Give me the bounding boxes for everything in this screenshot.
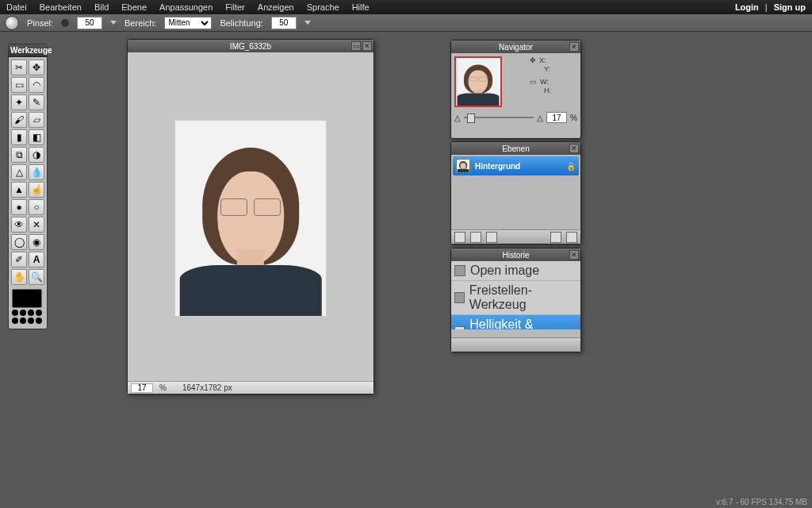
open-icon	[454, 265, 465, 276]
layer-settings-button[interactable]	[550, 232, 561, 243]
colorpicker-tool[interactable]: ✐	[11, 252, 27, 267]
menu-sprache[interactable]: Sprache	[307, 2, 339, 12]
dropdown-icon[interactable]	[304, 21, 311, 25]
panel-close-button[interactable]: ✕	[569, 144, 579, 153]
move-icon: ✥	[530, 56, 536, 64]
pencil-tool[interactable]: ✎	[29, 94, 44, 110]
pinch-tool[interactable]: ◉	[29, 234, 44, 250]
redeye-tool[interactable]: 👁	[11, 217, 27, 233]
navigator-coords: ✥X: Y: ▭W: H:	[530, 56, 577, 95]
menu-bild[interactable]: Bild	[94, 2, 109, 12]
zoom-out-icon[interactable]: △	[454, 114, 461, 122]
belichtung-input[interactable]	[271, 17, 297, 29]
separator: |	[765, 2, 768, 12]
menu-filter[interactable]: Filter	[225, 2, 244, 12]
history-item-crop[interactable]: Freistellen-Werkzeug	[451, 281, 580, 315]
color-swatch[interactable]	[12, 289, 44, 324]
menu-ebene[interactable]: Ebene	[121, 2, 147, 12]
navigator-zoom-unit: %	[570, 114, 577, 122]
menubar: Datei Bearbeiten Bild Ebene Anpassungen …	[0, 0, 812, 14]
login-link[interactable]: Login	[735, 2, 759, 12]
layer-name: Hintergrund	[475, 162, 520, 171]
menu-bearbeiten[interactable]: Bearbeiten	[40, 2, 82, 12]
bereich-label: Bereich:	[124, 18, 156, 28]
dodge-tool[interactable]: ○	[29, 199, 44, 215]
crop-tool[interactable]: ✂	[11, 60, 27, 75]
history-item-open[interactable]: Open image	[451, 261, 580, 281]
pinsel-label: Pinsel:	[27, 18, 53, 28]
document-window: IMG_6332b ▭ ✕ % 1647x1782 px	[127, 39, 374, 394]
document-titlebar[interactable]: IMG_6332b ▭ ✕	[128, 40, 373, 52]
layers-title: Ebenen	[502, 144, 529, 153]
spot-heal-tool[interactable]: ✕	[29, 217, 44, 233]
navigator-title: Navigator	[499, 43, 533, 52]
eraser-tool[interactable]: ▱	[29, 112, 44, 128]
sharpen-tool[interactable]: ▲	[11, 182, 27, 198]
gradient-tool[interactable]: ◧	[29, 129, 44, 145]
blur-tool[interactable]: 💧	[29, 164, 44, 180]
pinsel-input[interactable]	[77, 17, 102, 29]
foreground-color[interactable]	[12, 289, 42, 308]
layers-panel: Ebenen ✕ Hintergrund 🔒	[450, 141, 581, 244]
smudge-tool[interactable]: ☝	[29, 182, 44, 198]
zoom-tool-icon[interactable]	[5, 16, 19, 30]
duplicate-layer-button[interactable]	[486, 232, 497, 243]
zoom-input[interactable]	[131, 383, 153, 393]
layer-thumbnail	[456, 159, 470, 173]
type-tool[interactable]: A	[29, 252, 44, 267]
layer-row-background[interactable]: Hintergrund 🔒	[453, 156, 579, 175]
layers-footer	[451, 229, 580, 244]
draw-tool[interactable]: △	[11, 164, 27, 180]
marquee-tool[interactable]: ▭	[11, 77, 27, 93]
dropdown-icon[interactable]	[110, 21, 117, 25]
lock-icon[interactable]: 🔒	[566, 162, 576, 171]
app-footer: v:6.7 - 60 FPS 134.75 MB	[716, 498, 807, 506]
history-title: Historie	[503, 251, 530, 260]
menu-anzeigen[interactable]: Anzeigen	[258, 2, 294, 12]
panel-close-button[interactable]: ✕	[569, 250, 579, 260]
panel-close-button[interactable]: ✕	[569, 42, 579, 52]
zoom-unit: %	[159, 383, 167, 392]
delete-layer-button[interactable]	[566, 232, 577, 243]
history-item-brightness[interactable]: Helligkeit & Kontrast	[451, 315, 580, 329]
signup-link[interactable]: Sign up	[774, 2, 806, 12]
canvas-area[interactable]	[134, 57, 367, 379]
layer-mask-button[interactable]	[470, 232, 481, 243]
clone-tool[interactable]: ⧉	[11, 147, 27, 163]
minimize-button[interactable]: ▭	[351, 41, 361, 51]
close-button[interactable]: ✕	[362, 41, 372, 51]
document-title: IMG_6332b	[230, 42, 271, 51]
tools-panel: Werkzeuge ✂ ✥ ▭ ◠ ✦ ✎ 🖌 ▱ ▮ ◧ ⧉ ◑ △ 💧 ▲ …	[8, 44, 48, 329]
brush-tool[interactable]: 🖌	[11, 112, 27, 128]
lasso-tool[interactable]: ◠	[29, 77, 44, 93]
navigator-panel: Navigator ✕ ✥X: Y: ▭W: H: △ △ %	[450, 40, 581, 139]
belichtung-label: Belichtung:	[220, 18, 262, 28]
crop-icon	[454, 292, 465, 303]
menu-datei[interactable]: Datei	[6, 2, 27, 12]
size-icon: ▭	[530, 78, 537, 86]
zoom-tool[interactable]: 🔍	[29, 269, 44, 285]
zoom-slider[interactable]	[464, 117, 534, 118]
brightness-icon	[454, 326, 465, 329]
status-bar: % 1647x1782 px	[128, 381, 373, 394]
bereich-select[interactable]: Mitten	[164, 17, 212, 29]
paint-bucket-tool[interactable]: ▮	[11, 129, 27, 145]
color-replace-tool[interactable]: ◑	[29, 147, 44, 163]
hand-tool[interactable]: ✋	[11, 269, 27, 285]
bloat-tool[interactable]: ◯	[11, 234, 27, 250]
document-image[interactable]	[174, 120, 327, 317]
brush-preview-icon	[61, 19, 69, 27]
move-tool[interactable]: ✥	[29, 60, 44, 75]
menu-hilfe[interactable]: Hilfe	[352, 2, 370, 12]
wand-tool[interactable]: ✦	[11, 94, 27, 110]
sponge-tool[interactable]: ●	[11, 199, 27, 215]
zoom-in-icon[interactable]: △	[537, 114, 543, 122]
navigator-zoom-input[interactable]	[546, 112, 567, 123]
navigator-thumbnail[interactable]	[454, 56, 502, 107]
dimensions-label: 1647x1782 px	[182, 383, 232, 392]
new-layer-button[interactable]	[454, 232, 465, 243]
options-bar: Pinsel: Bereich: Mitten Belichtung:	[0, 14, 812, 32]
history-panel: Historie ✕ Open image Freistellen-Werkze…	[450, 248, 581, 352]
menu-anpassungen[interactable]: Anpassungen	[159, 2, 213, 12]
tools-title: Werkzeuge	[9, 44, 47, 57]
